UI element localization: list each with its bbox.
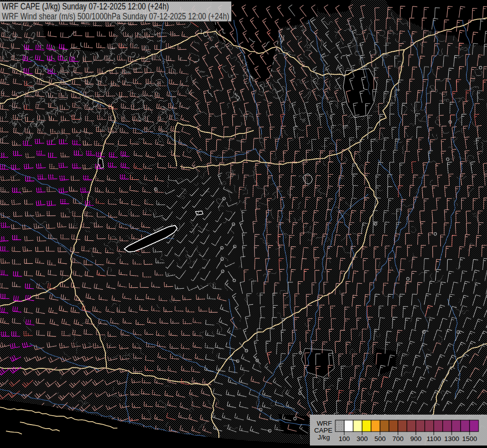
svg-text:WRF Wind shear (m/s) 500/1000h: WRF Wind shear (m/s) 500/1000hPa Sunday … [2, 11, 229, 21]
svg-text:300: 300 [357, 435, 368, 443]
svg-text:1100: 1100 [426, 435, 441, 443]
svg-text:900: 900 [410, 435, 422, 443]
svg-text:1300: 1300 [444, 435, 459, 443]
svg-text:WRF: WRF [317, 420, 332, 427]
svg-text:1500: 1500 [462, 435, 477, 443]
svg-text:700: 700 [392, 435, 404, 443]
svg-text:CAPE: CAPE [314, 427, 333, 434]
svg-text:WRF CAPE (J/kg) Sunday 07-12-2: WRF CAPE (J/kg) Sunday 07-12-2025 12:00 … [2, 1, 169, 11]
svg-text:J/kg: J/kg [318, 434, 330, 441]
svg-text:500: 500 [375, 435, 386, 443]
svg-text:100: 100 [339, 435, 350, 443]
